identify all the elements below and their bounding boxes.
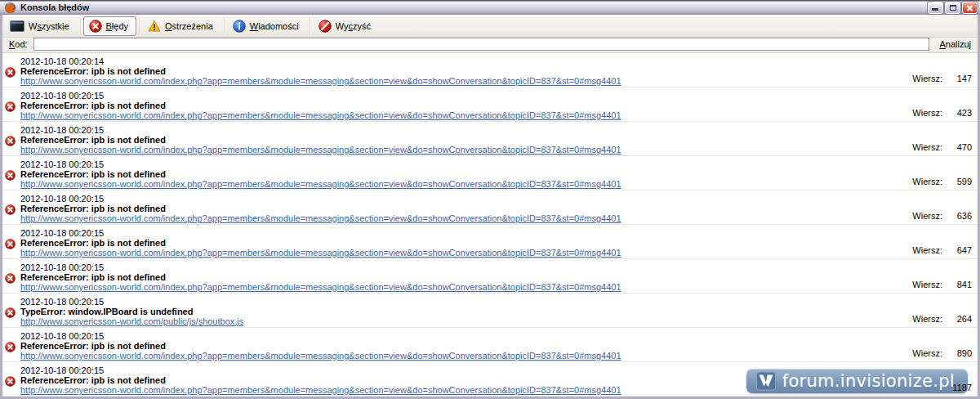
line-number: 599 (942, 177, 972, 186)
line-info: Wiersz: 890 (912, 348, 972, 358)
line-label: Wiersz: (912, 314, 942, 324)
line-number: 636 (942, 211, 972, 221)
error-timestamp: 2012-10-18 00:20:15 (20, 228, 978, 238)
error-source-link[interactable]: http://www.sonyericsson-world.com/index.… (20, 351, 878, 361)
line-info: Wiersz: 647 (912, 245, 972, 255)
error-icon (5, 273, 16, 284)
titlebar[interactable]: Konsola błędów (0, 0, 980, 15)
error-source-link[interactable]: http://www.sonyericsson-world.com/index.… (20, 179, 878, 189)
error-icon (5, 136, 16, 146)
error-message: ReferenceError: ipb is not defined (20, 135, 978, 145)
error-icon (5, 239, 16, 249)
line-label: Wiersz: (912, 280, 942, 289)
error-entry[interactable]: 2012-10-18 00:20:15 ReferenceError: ipb … (2, 259, 978, 294)
line-label: Wiersz: (912, 348, 942, 358)
error-timestamp: 2012-10-18 00:20:14 (20, 56, 978, 66)
line-label: Wiersz: (912, 245, 942, 255)
evaluate-button[interactable]: Analizuj (938, 39, 973, 49)
error-icon (5, 376, 16, 387)
minimize-button[interactable] (928, 2, 943, 14)
error-source-link[interactable]: http://www.sonyericsson-world.com/index.… (20, 110, 878, 120)
error-timestamp: 2012-10-18 00:20:15 (20, 331, 978, 341)
clear-icon (318, 20, 332, 33)
error-timestamp: 2012-10-18 00:20:15 (20, 91, 978, 101)
error-entry[interactable]: 2012-10-18 00:20:15 ReferenceError: ipb … (2, 225, 978, 259)
line-label: Wiersz: (912, 177, 942, 186)
error-entry[interactable]: 2012-10-18 00:20:14 ReferenceError: ipb … (2, 53, 978, 87)
line-number: 470 (942, 142, 972, 152)
window-title: Konsola błędów (20, 2, 928, 12)
line-label: Wiersz: (912, 211, 942, 221)
line-number: 264 (942, 314, 972, 324)
line-info: Wiersz: 264 (912, 314, 972, 324)
toolbar-separator (80, 18, 81, 34)
invisionize-logo-icon (756, 371, 776, 391)
error-entry[interactable]: 2012-10-18 00:20:15 TypeError: window.IP… (2, 294, 978, 328)
error-list: 2012-10-18 00:20:14 ReferenceError: ipb … (2, 53, 978, 397)
info-icon (233, 20, 246, 33)
button-label: Wyczyść (336, 21, 371, 31)
warning-icon (148, 20, 161, 33)
error-source-link[interactable]: http://www.sonyericsson-world.com/index.… (20, 248, 878, 258)
console-icon (10, 20, 24, 32)
error-timestamp: 2012-10-18 00:20:15 (20, 125, 978, 135)
error-message: TypeError: window.IPBoard is undefined (20, 307, 978, 316)
error-entry[interactable]: 2012-10-18 00:20:15 ReferenceError: ipb … (2, 191, 978, 225)
line-number: 890 (942, 348, 972, 358)
error-icon (5, 307, 16, 318)
error-icon (5, 67, 16, 78)
button-label: Ostrzeżenia (165, 21, 213, 31)
line-label: Wiersz: (912, 108, 942, 118)
line-info: Wiersz: 423 (912, 108, 972, 118)
error-message: ReferenceError: ipb is not defined (20, 272, 978, 282)
error-entry[interactable]: 2012-10-18 00:20:15 ReferenceError: ipb … (2, 156, 978, 191)
error-message: ReferenceError: ipb is not defined (20, 204, 978, 213)
error-source-link[interactable]: http://www.sonyericsson-world.com/index.… (20, 213, 878, 223)
error-message: ReferenceError: ipb is not defined (20, 66, 978, 76)
error-message: ReferenceError: ipb is not defined (20, 238, 978, 248)
error-source-link[interactable]: http://www.sonyericsson-world.com/index.… (20, 145, 878, 155)
toolbar-separator (139, 18, 140, 34)
code-input[interactable] (33, 38, 930, 51)
close-button[interactable] (962, 2, 978, 14)
error-icon (5, 342, 16, 352)
error-icon (5, 204, 16, 215)
error-source-link[interactable]: http://www.sonyericsson-world.com/index.… (20, 282, 878, 292)
line-number: 1187 (942, 383, 972, 392)
button-label: Błędy (106, 21, 129, 31)
error-entry[interactable]: 2012-10-18 00:20:15 ReferenceError: ipb … (2, 328, 978, 362)
error-entry[interactable]: 2012-10-18 00:20:15 ReferenceError: ipb … (2, 87, 978, 122)
error-console-window: Konsola błędów Wszystkie Błędy (0, 0, 980, 399)
toolbar-separator (310, 18, 310, 34)
line-number: 647 (942, 245, 972, 255)
toolbar-separator (224, 18, 225, 34)
watermark-text: forum.invisionize.pl (782, 371, 955, 391)
filter-errors-button[interactable]: Błędy (83, 16, 137, 36)
error-timestamp: 2012-10-18 00:20:15 (20, 297, 978, 307)
restore-button[interactable] (945, 2, 960, 14)
error-source-link[interactable]: http://www.sonyericsson-world.com/public… (20, 316, 878, 326)
code-bar: Kod: Analizuj (2, 38, 978, 53)
clear-button[interactable]: Wyczyść (313, 16, 379, 36)
error-timestamp: 2012-10-18 00:20:15 (20, 262, 978, 272)
error-timestamp: 2012-10-18 00:20:15 (20, 159, 978, 169)
toolbar: Wszystkie Błędy Ostrzeżenia (2, 15, 978, 38)
button-label: Wszystkie (29, 21, 69, 31)
line-number: 423 (942, 108, 972, 118)
filter-warnings-button[interactable]: Ostrzeżenia (142, 16, 221, 36)
window-controls (928, 2, 978, 14)
line-info: Wiersz: 841 (912, 280, 972, 289)
line-info: Wiersz: 147 (912, 74, 972, 83)
error-message: ReferenceError: ipb is not defined (20, 169, 978, 179)
filter-all-button[interactable]: Wszystkie (4, 16, 78, 36)
line-info: Wiersz: 636 (912, 211, 972, 221)
watermark: forum.invisionize.pl (746, 369, 968, 393)
line-number: 841 (942, 280, 972, 289)
line-number: 147 (942, 74, 972, 83)
button-label: Wiadomości (250, 21, 299, 31)
error-message: ReferenceError: ipb is not defined (20, 341, 978, 351)
error-entry[interactable]: 2012-10-18 00:20:15 ReferenceError: ipb … (2, 122, 978, 156)
error-source-link[interactable]: http://www.sonyericsson-world.com/index.… (20, 76, 878, 86)
error-icon (89, 20, 102, 33)
filter-messages-button[interactable]: Wiadomości (227, 16, 307, 36)
